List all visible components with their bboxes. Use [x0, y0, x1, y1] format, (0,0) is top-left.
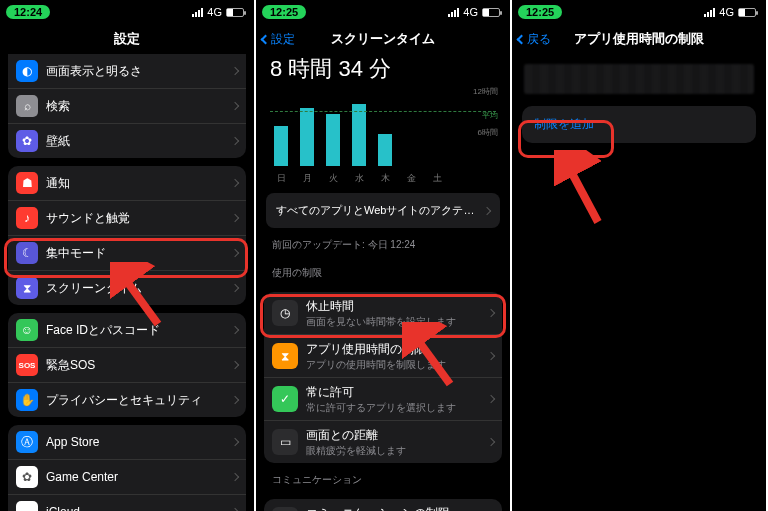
chevron-right-icon	[487, 395, 495, 403]
signal-icon	[192, 8, 203, 17]
status-time: 12:24	[6, 5, 50, 19]
status-time: 12:25	[518, 5, 562, 19]
nav-header: 設定 スクリーンタイム	[256, 24, 510, 54]
chevron-right-icon	[231, 67, 239, 75]
usage-chart[interactable]: 12時間 平均 6時間	[270, 88, 496, 166]
faceid-icon: ☺	[16, 319, 38, 341]
chevron-right-icon	[231, 102, 239, 110]
search-icon: ⌕	[16, 95, 38, 117]
group-notifications: ☗通知 ♪サウンドと触覚 ☾集中モード ⧗スクリーンタイム	[8, 166, 246, 305]
status-bar: 12:24 4G	[0, 0, 254, 24]
screentime-content[interactable]: 8 時間 34 分 12時間 平均 6時間 日月火水木金土 すべてのアプリとWe…	[256, 54, 510, 511]
status-right: 4G	[448, 6, 500, 18]
description-redacted	[524, 64, 754, 94]
chart-bar	[352, 104, 366, 166]
status-bar: 12:25 4G	[256, 0, 510, 24]
chevron-right-icon	[231, 438, 239, 446]
section-comm: コミュニケーション	[256, 463, 510, 491]
gamecenter-icon: ✿	[16, 466, 38, 488]
row-sos[interactable]: SOS緊急SOS	[8, 348, 246, 383]
row-gamecenter[interactable]: ✿Game Center	[8, 460, 246, 495]
chart-bar	[300, 108, 314, 167]
people-icon: ☻	[272, 507, 298, 511]
row-comm-limits[interactable]: ☻コミュニケーションの制限通話とメッセージの制限を設定します	[264, 499, 502, 511]
battery-icon	[738, 8, 756, 17]
settings-list[interactable]: ◐画面表示と明るさ ⌕検索 ✿壁紙 ☗通知 ♪サウンドと触覚 ☾集中モード ⧗ス…	[0, 54, 254, 511]
wallpaper-icon: ✿	[16, 130, 38, 152]
row-sounds[interactable]: ♪サウンドと触覚	[8, 201, 246, 236]
row-screen-distance[interactable]: ▭画面との距離眼精疲労を軽減します	[264, 421, 502, 463]
row-notifications[interactable]: ☗通知	[8, 166, 246, 201]
icloud-icon: ☁	[16, 501, 38, 511]
back-button[interactable]: 設定	[262, 24, 295, 54]
status-time: 12:25	[262, 5, 306, 19]
nav-header: 設定	[0, 24, 254, 54]
chevron-right-icon	[231, 249, 239, 257]
chart-bar	[326, 114, 340, 166]
updated-label: 前回のアップデート: 今日 12:24	[256, 228, 510, 256]
day-label: 火	[326, 172, 340, 185]
hourglass-icon: ⧗	[272, 343, 298, 369]
row-display[interactable]: ◐画面表示と明るさ	[8, 54, 246, 89]
chevron-left-icon	[517, 34, 527, 44]
page-title: スクリーンタイム	[331, 30, 435, 48]
group-security: ☺Face IDとパスコード SOS緊急SOS ✋プライバシーとセキュリティ	[8, 313, 246, 417]
screen-screentime: 12:25 4G 設定 スクリーンタイム 8 時間 34 分 12時間 平均 6…	[256, 0, 510, 511]
chart-bar	[378, 134, 392, 167]
add-limit-button[interactable]: 制限を追加	[522, 106, 756, 143]
day-label: 月	[300, 172, 314, 185]
chart-days: 日月火水木金土	[256, 172, 510, 187]
sos-icon: SOS	[16, 354, 38, 376]
downtime-icon: ◷	[272, 300, 298, 326]
group-comm: ☻コミュニケーションの制限通話とメッセージの制限を設定します ⚠コミュニケーショ…	[264, 499, 502, 511]
nav-header: 戻る アプリ使用時間の制限	[512, 24, 766, 54]
row-downtime[interactable]: ◷休止時間画面を見ない時間帯を設定します	[264, 292, 502, 335]
chevron-right-icon	[231, 179, 239, 187]
day-label: 日	[274, 172, 288, 185]
row-faceid[interactable]: ☺Face IDとパスコード	[8, 313, 246, 348]
page-title: アプリ使用時間の制限	[574, 30, 704, 48]
day-label: 土	[430, 172, 444, 185]
network-label: 4G	[463, 6, 478, 18]
group-limits: ◷休止時間画面を見ない時間帯を設定します ⧗アプリ使用時間の制限アプリの使用時間…	[264, 292, 502, 463]
chevron-right-icon	[231, 473, 239, 481]
chevron-right-icon	[487, 438, 495, 446]
day-label: 木	[378, 172, 392, 185]
battery-icon	[482, 8, 500, 17]
chevron-right-icon	[231, 137, 239, 145]
row-privacy[interactable]: ✋プライバシーとセキュリティ	[8, 383, 246, 417]
chevron-right-icon	[231, 396, 239, 404]
row-wallpaper[interactable]: ✿壁紙	[8, 124, 246, 158]
chart-bar	[274, 126, 288, 166]
bell-icon: ☗	[16, 172, 38, 194]
row-always-allowed[interactable]: ✓常に許可常に許可するアプリを選択します	[264, 378, 502, 421]
chevron-right-icon	[231, 361, 239, 369]
total-time: 8 時間 34 分	[256, 54, 510, 88]
distance-icon: ▭	[272, 429, 298, 455]
row-screentime[interactable]: ⧗スクリーンタイム	[8, 271, 246, 305]
network-label: 4G	[719, 6, 734, 18]
chevron-right-icon	[231, 284, 239, 292]
row-app-limits[interactable]: ⧗アプリ使用時間の制限アプリの使用時間を制限します	[264, 335, 502, 378]
check-icon: ✓	[272, 386, 298, 412]
all-activity-row[interactable]: すべてのアプリとWebサイトのアクテ…	[266, 193, 500, 228]
chevron-left-icon	[261, 34, 271, 44]
arrow-annotation	[554, 150, 614, 230]
chevron-right-icon	[487, 309, 495, 317]
back-button[interactable]: 戻る	[518, 24, 551, 54]
hand-icon: ✋	[16, 389, 38, 411]
group-apple: ⒶApp Store ✿Game Center ☁iCloud ▥ウォレットとA…	[8, 425, 246, 511]
chevron-right-icon	[483, 206, 491, 214]
chevron-right-icon	[231, 326, 239, 334]
row-focus[interactable]: ☾集中モード	[8, 236, 246, 271]
row-icloud[interactable]: ☁iCloud	[8, 495, 246, 511]
speaker-icon: ♪	[16, 207, 38, 229]
row-search[interactable]: ⌕検索	[8, 89, 246, 124]
network-label: 4G	[207, 6, 222, 18]
avg-line	[270, 111, 496, 112]
battery-icon	[226, 8, 244, 17]
chevron-right-icon	[231, 214, 239, 222]
hourglass-icon: ⧗	[16, 277, 38, 299]
signal-icon	[448, 8, 459, 17]
row-appstore[interactable]: ⒶApp Store	[8, 425, 246, 460]
